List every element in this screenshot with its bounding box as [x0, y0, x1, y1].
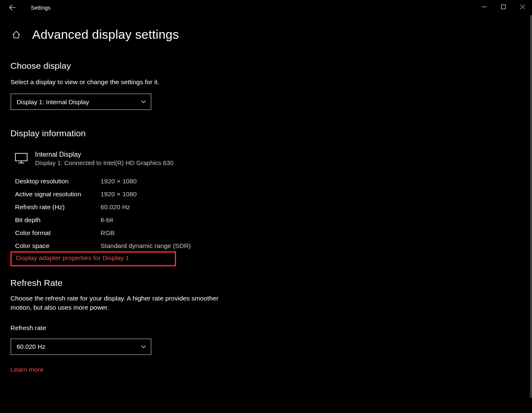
refresh-rate-field-label: Refresh rate: [10, 324, 515, 332]
refresh-rate-dropdown[interactable]: 60.020 Hz: [10, 338, 151, 355]
minimize-icon: [482, 5, 487, 9]
info-value: 1920 × 1080: [101, 178, 137, 185]
chevron-down-icon: [141, 344, 146, 349]
back-button[interactable]: [6, 1, 19, 14]
main-content: Choose display Select a display to view …: [0, 61, 532, 373]
minimize-button[interactable]: [474, 0, 494, 13]
titlebar: Settings: [0, 0, 532, 15]
display-info-block: Internal Display Display 1: Connected to…: [10, 151, 515, 166]
choose-display-heading: Choose display: [10, 61, 515, 71]
table-row: Color space Standard dynamic range (SDR): [15, 239, 515, 252]
display-selector-value: Display 1: Internal Display: [17, 98, 89, 105]
home-icon: [12, 30, 21, 39]
learn-more-link[interactable]: Learn more: [10, 366, 43, 373]
maximize-button[interactable]: [494, 0, 513, 13]
refresh-rate-description: Choose the refresh rate for your display…: [10, 294, 219, 313]
window-controls: [474, 0, 532, 13]
home-button[interactable]: [10, 29, 22, 40]
arrow-left-icon: [9, 4, 16, 11]
choose-display-description: Select a display to view or change the s…: [10, 78, 515, 86]
table-row: Refresh rate (Hz) 60.020 Hz: [15, 200, 515, 213]
page-title: Advanced display settings: [32, 28, 179, 42]
table-row: Color format RGB: [15, 226, 515, 239]
info-value: 6-bit: [101, 216, 113, 224]
info-value: 60.020 Hz: [101, 203, 130, 211]
info-label: Desktop resolution: [15, 178, 101, 185]
refresh-rate-value: 60.020 Hz: [17, 343, 45, 350]
info-label: Color space: [15, 242, 101, 250]
close-icon: [520, 5, 525, 9]
monitor-icon: [15, 153, 28, 165]
display-name: Internal Display: [35, 151, 174, 158]
table-row: Desktop resolution 1920 × 1080: [15, 175, 515, 188]
scrollbar[interactable]: [530, 15, 532, 398]
display-adapter-properties-link[interactable]: Display adapter properties for Display 1: [16, 254, 129, 261]
display-information-heading: Display information: [10, 128, 515, 138]
table-row: Bit depth 6-bit: [15, 213, 515, 226]
info-value: RGB: [101, 229, 115, 237]
svg-rect-4: [15, 153, 27, 161]
svg-rect-1: [501, 5, 505, 9]
info-label: Active signal resolution: [15, 190, 101, 198]
chevron-down-icon: [141, 99, 146, 104]
display-selector-dropdown[interactable]: Display 1: Internal Display: [10, 93, 151, 110]
info-value: 1920 × 1080: [101, 190, 137, 198]
maximize-icon: [501, 5, 506, 9]
highlighted-box: Display adapter properties for Display 1: [10, 251, 176, 266]
table-row: Active signal resolution 1920 × 1080: [15, 188, 515, 200]
info-label: Bit depth: [15, 216, 101, 224]
page-header: Advanced display settings: [0, 28, 532, 42]
info-label: Color format: [15, 229, 101, 237]
window-title: Settings: [31, 5, 50, 11]
close-button[interactable]: [513, 0, 532, 13]
display-info-table: Desktop resolution 1920 × 1080 Active si…: [15, 175, 515, 266]
info-value: Standard dynamic range (SDR): [101, 242, 191, 250]
display-connection: Display 1: Connected to Intel(R) HD Grap…: [35, 159, 174, 166]
refresh-rate-heading: Refresh Rate: [10, 278, 515, 288]
info-label: Refresh rate (Hz): [15, 203, 101, 211]
